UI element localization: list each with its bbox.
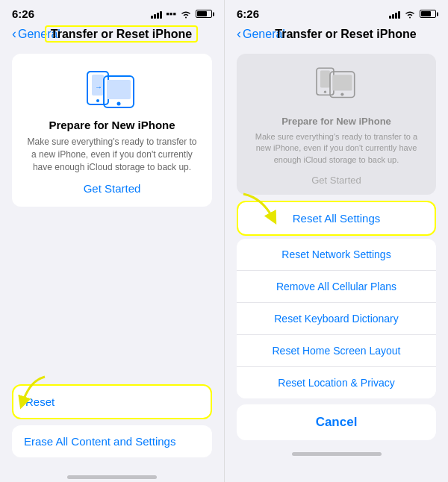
wifi-icon: ▪▪▪ [166,8,176,19]
reset-list-right: Reset Network Settings Remove All Cellul… [237,239,436,398]
nav-title-left: Transfer or Reset iPhone [31,28,212,41]
svg-point-10 [323,91,326,93]
status-icons-right [389,10,436,19]
back-arrow-left: ‹ [12,26,16,42]
remove-cellular-label: Remove All Cellular Plans [276,281,396,292]
cancel-label: Cancel [316,415,358,429]
home-bar-left [67,475,157,479]
yellow-arrow-left [7,373,52,410]
get-started-link-left[interactable]: Get Started [84,182,141,195]
get-started-link-right[interactable]: Get Started [311,175,361,186]
prepare-card-right: Prepare for New iPhone Make sure everyth… [237,54,436,195]
svg-rect-12 [332,75,352,90]
nav-bar-right: ‹ General Transfer or Reset iPhone [225,23,448,48]
time-left: 6:26 [12,7,34,20]
arrow-annotation-left [7,373,52,413]
signal-icon [151,10,162,19]
back-arrow-right: ‹ [237,26,241,42]
svg-point-13 [340,93,343,96]
erase-item-left[interactable]: Erase All Content and Settings [12,425,212,457]
cancel-button-right[interactable]: Cancel [237,404,436,440]
reset-network-item[interactable]: Reset Network Settings [237,239,436,271]
yellow-arrow-right [232,190,284,231]
svg-text:→: → [95,83,102,91]
reset-keyboard-label: Reset Keyboard Dictionary [274,313,399,325]
reset-location-item[interactable]: Reset Location & Privacy [237,367,436,398]
phone-icon-right [311,66,363,107]
battery-icon [196,10,212,18]
time-right: 6:26 [237,7,259,20]
card-title-left: Prepare for New iPhone [49,119,175,131]
status-bar-left: 6:26 ▪▪▪ [0,0,224,23]
card-desc-right: Make sure everything's ready to transfer… [249,131,424,166]
right-screen: 6:26 ‹ General Transfer or Reset [224,0,448,482]
reset-home-screen-item[interactable]: Reset Home Screen Layout [237,335,436,367]
remove-cellular-item[interactable]: Remove All Cellular Plans [237,271,436,303]
phone-icon-left: → [86,69,138,110]
svg-point-2 [96,99,99,102]
reset-network-label: Reset Network Settings [281,248,391,260]
reset-all-settings-label: Reset All Settings [293,212,381,225]
svg-rect-9 [320,71,329,88]
nav-title-right: Transfer or Reset iPhone [255,28,436,41]
card-desc-left: Make sure everything's ready to transfer… [24,136,200,173]
prepare-card-left: → Prepare for New iPhone Make sure every… [12,54,212,207]
card-title-right: Prepare for New iPhone [281,116,391,127]
status-icons-left: ▪▪▪ [151,8,212,19]
status-bar-right: 6:26 [225,0,448,23]
home-bar-right [292,452,382,456]
svg-point-5 [117,102,121,106]
wifi-icon-svg [180,10,192,19]
wifi-icon-right [404,10,416,19]
nav-title-text-left: Transfer or Reset iPhone [45,25,198,43]
nav-bar-left: ‹ General Transfer or Reset iPhone [0,23,224,48]
svg-rect-4 [107,80,131,99]
reset-keyboard-item[interactable]: Reset Keyboard Dictionary [237,303,436,335]
signal-icon-right [389,10,400,19]
reset-location-label: Reset Location & Privacy [278,377,394,389]
nav-title-text-right: Transfer or Reset iPhone [275,28,416,40]
left-screen: 6:26 ▪▪▪ ‹ General T [0,0,224,482]
battery-icon-right [420,10,436,18]
reset-home-screen-label: Reset Home Screen Layout [273,345,401,357]
